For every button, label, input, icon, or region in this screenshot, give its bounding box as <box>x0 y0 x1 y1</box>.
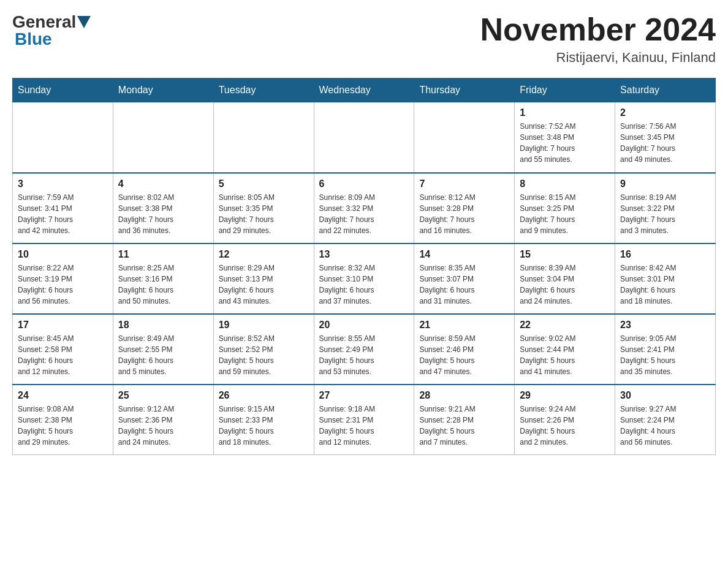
day-info: Sunrise: 7:52 AMSunset: 3:48 PMDaylight:… <box>520 121 610 165</box>
calendar-cell: 9Sunrise: 8:19 AMSunset: 3:22 PMDaylight… <box>615 173 716 243</box>
day-number: 1 <box>520 107 610 118</box>
calendar-cell: 16Sunrise: 8:42 AMSunset: 3:01 PMDayligh… <box>615 243 716 314</box>
calendar-cell: 10Sunrise: 8:22 AMSunset: 3:19 PMDayligh… <box>13 243 113 314</box>
calendar-week-row: 3Sunrise: 7:59 AMSunset: 3:41 PMDaylight… <box>13 173 716 243</box>
calendar-cell: 20Sunrise: 8:55 AMSunset: 2:49 PMDayligh… <box>314 314 414 385</box>
calendar-cell: 14Sunrise: 8:35 AMSunset: 3:07 PMDayligh… <box>414 243 515 314</box>
calendar-cell: 30Sunrise: 9:27 AMSunset: 2:24 PMDayligh… <box>615 385 716 455</box>
day-number: 3 <box>18 178 108 190</box>
day-info: Sunrise: 8:09 AMSunset: 3:32 PMDaylight:… <box>319 192 409 236</box>
calendar-cell: 19Sunrise: 8:52 AMSunset: 2:52 PMDayligh… <box>213 314 314 385</box>
day-number: 29 <box>520 390 610 401</box>
day-info: Sunrise: 9:12 AMSunset: 2:36 PMDaylight:… <box>118 404 208 448</box>
day-info: Sunrise: 9:24 AMSunset: 2:26 PMDaylight:… <box>520 404 610 448</box>
day-number: 25 <box>118 390 208 401</box>
day-info: Sunrise: 8:35 AMSunset: 3:07 PMDaylight:… <box>419 262 509 307</box>
calendar-cell: 11Sunrise: 8:25 AMSunset: 3:16 PMDayligh… <box>113 243 213 314</box>
day-info: Sunrise: 9:02 AMSunset: 2:44 PMDaylight:… <box>520 333 610 377</box>
day-number: 5 <box>219 178 309 190</box>
day-number: 20 <box>319 320 409 331</box>
calendar-cell: 1Sunrise: 7:52 AMSunset: 3:48 PMDaylight… <box>515 102 615 173</box>
day-info: Sunrise: 8:15 AMSunset: 3:25 PMDaylight:… <box>520 192 610 236</box>
day-number: 12 <box>219 249 309 260</box>
day-of-week-header: Thursday <box>414 79 515 102</box>
logo-arrow-icon <box>77 16 91 28</box>
calendar-cell <box>113 102 213 173</box>
calendar-cell <box>213 102 314 173</box>
calendar-cell: 28Sunrise: 9:21 AMSunset: 2:28 PMDayligh… <box>414 385 515 455</box>
calendar-cell: 29Sunrise: 9:24 AMSunset: 2:26 PMDayligh… <box>515 385 615 455</box>
day-number: 4 <box>118 178 208 190</box>
svg-marker-0 <box>77 16 91 28</box>
day-number: 24 <box>18 390 108 401</box>
calendar-cell: 18Sunrise: 8:49 AMSunset: 2:55 PMDayligh… <box>113 314 213 385</box>
day-number: 14 <box>419 249 509 260</box>
calendar-cell: 17Sunrise: 8:45 AMSunset: 2:58 PMDayligh… <box>13 314 113 385</box>
day-info: Sunrise: 8:12 AMSunset: 3:28 PMDaylight:… <box>419 192 509 236</box>
day-info: Sunrise: 8:19 AMSunset: 3:22 PMDaylight:… <box>620 192 710 236</box>
day-number: 13 <box>319 249 409 260</box>
calendar-cell: 3Sunrise: 7:59 AMSunset: 3:41 PMDaylight… <box>13 173 113 243</box>
calendar-cell: 23Sunrise: 9:05 AMSunset: 2:41 PMDayligh… <box>615 314 716 385</box>
calendar-cell <box>13 102 113 173</box>
day-of-week-header: Tuesday <box>213 79 314 102</box>
calendar-cell: 26Sunrise: 9:15 AMSunset: 2:33 PMDayligh… <box>213 385 314 455</box>
day-info: Sunrise: 9:27 AMSunset: 2:24 PMDaylight:… <box>620 404 710 448</box>
day-info: Sunrise: 8:39 AMSunset: 3:04 PMDaylight:… <box>520 262 610 307</box>
day-number: 7 <box>419 178 509 190</box>
month-title: November 2024 <box>480 12 716 47</box>
day-number: 11 <box>118 249 208 260</box>
day-info: Sunrise: 7:56 AMSunset: 3:45 PMDaylight:… <box>620 121 710 165</box>
day-info: Sunrise: 8:05 AMSunset: 3:35 PMDaylight:… <box>219 192 309 236</box>
day-number: 21 <box>419 320 509 331</box>
day-of-week-header: Wednesday <box>314 79 414 102</box>
day-number: 30 <box>620 390 710 401</box>
calendar-week-row: 1Sunrise: 7:52 AMSunset: 3:48 PMDaylight… <box>13 102 716 173</box>
day-info: Sunrise: 8:52 AMSunset: 2:52 PMDaylight:… <box>219 333 309 377</box>
day-number: 27 <box>319 390 409 401</box>
day-info: Sunrise: 9:21 AMSunset: 2:28 PMDaylight:… <box>419 404 509 448</box>
calendar-cell <box>314 102 414 173</box>
day-of-week-header: Sunday <box>13 79 113 102</box>
day-number: 16 <box>620 249 710 260</box>
day-number: 17 <box>18 320 108 331</box>
calendar-cell: 21Sunrise: 8:59 AMSunset: 2:46 PMDayligh… <box>414 314 515 385</box>
logo: General Blue <box>12 12 91 49</box>
calendar-cell: 4Sunrise: 8:02 AMSunset: 3:38 PMDaylight… <box>113 173 213 243</box>
calendar-cell: 12Sunrise: 8:29 AMSunset: 3:13 PMDayligh… <box>213 243 314 314</box>
day-info: Sunrise: 9:08 AMSunset: 2:38 PMDaylight:… <box>18 404 108 448</box>
calendar-cell: 15Sunrise: 8:39 AMSunset: 3:04 PMDayligh… <box>515 243 615 314</box>
day-number: 19 <box>219 320 309 331</box>
day-info: Sunrise: 8:29 AMSunset: 3:13 PMDaylight:… <box>219 262 309 307</box>
calendar-cell: 2Sunrise: 7:56 AMSunset: 3:45 PMDaylight… <box>615 102 716 173</box>
day-info: Sunrise: 9:05 AMSunset: 2:41 PMDaylight:… <box>620 333 710 377</box>
calendar-cell: 24Sunrise: 9:08 AMSunset: 2:38 PMDayligh… <box>13 385 113 455</box>
calendar-cell: 6Sunrise: 8:09 AMSunset: 3:32 PMDaylight… <box>314 173 414 243</box>
day-info: Sunrise: 8:59 AMSunset: 2:46 PMDaylight:… <box>419 333 509 377</box>
day-number: 10 <box>18 249 108 260</box>
day-info: Sunrise: 7:59 AMSunset: 3:41 PMDaylight:… <box>18 192 108 236</box>
day-info: Sunrise: 8:25 AMSunset: 3:16 PMDaylight:… <box>118 262 208 307</box>
calendar-week-row: 10Sunrise: 8:22 AMSunset: 3:19 PMDayligh… <box>13 243 716 314</box>
calendar-cell: 25Sunrise: 9:12 AMSunset: 2:36 PMDayligh… <box>113 385 213 455</box>
day-of-week-header: Saturday <box>615 79 716 102</box>
day-info: Sunrise: 8:02 AMSunset: 3:38 PMDaylight:… <box>118 192 208 236</box>
day-info: Sunrise: 9:18 AMSunset: 2:31 PMDaylight:… <box>319 404 409 448</box>
calendar-cell: 5Sunrise: 8:05 AMSunset: 3:35 PMDaylight… <box>213 173 314 243</box>
day-info: Sunrise: 8:32 AMSunset: 3:10 PMDaylight:… <box>319 262 409 307</box>
day-number: 8 <box>520 178 610 190</box>
day-number: 2 <box>620 107 710 118</box>
day-number: 22 <box>520 320 610 331</box>
calendar-header-row: SundayMondayTuesdayWednesdayThursdayFrid… <box>13 79 716 102</box>
calendar-cell: 7Sunrise: 8:12 AMSunset: 3:28 PMDaylight… <box>414 173 515 243</box>
location-text: Ristijaervi, Kainuu, Finland <box>480 50 716 66</box>
title-section: November 2024 Ristijaervi, Kainuu, Finla… <box>480 12 716 66</box>
day-number: 9 <box>620 178 710 190</box>
day-number: 15 <box>520 249 610 260</box>
calendar-week-row: 24Sunrise: 9:08 AMSunset: 2:38 PMDayligh… <box>13 385 716 455</box>
day-of-week-header: Monday <box>113 79 213 102</box>
calendar-cell: 27Sunrise: 9:18 AMSunset: 2:31 PMDayligh… <box>314 385 414 455</box>
day-info: Sunrise: 8:45 AMSunset: 2:58 PMDaylight:… <box>18 333 108 377</box>
calendar-cell <box>414 102 515 173</box>
day-number: 6 <box>319 178 409 190</box>
